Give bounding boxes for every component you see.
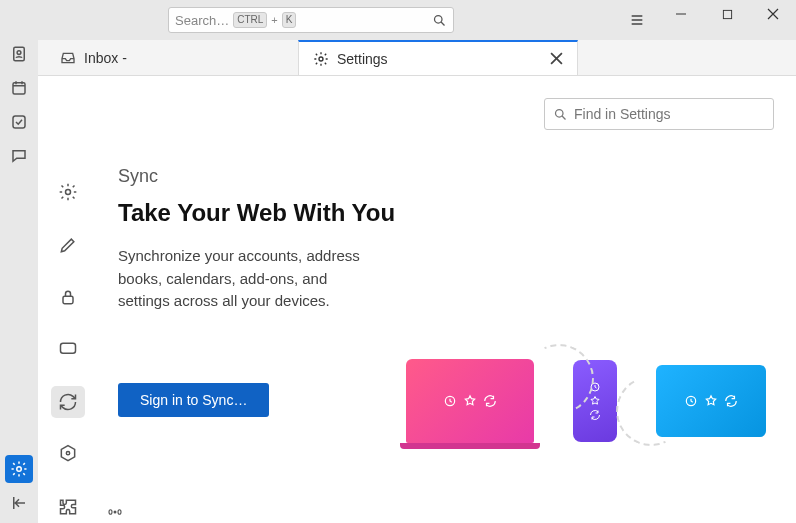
svg-point-2 [17,51,21,55]
illustration-laptop-icon [406,359,534,443]
inbox-icon [60,50,76,66]
svg-rect-7 [723,10,731,18]
connection-status-icon [106,505,124,519]
svg-point-12 [66,452,69,455]
collapse-left-icon [10,494,28,512]
tab-settings-close-button[interactable] [550,52,563,65]
rail-settings[interactable] [5,455,33,483]
hamburger-icon [629,12,645,28]
rail-collapse[interactable] [5,489,33,517]
window-controls [658,0,796,28]
minimize-icon [675,8,687,20]
search-placeholder-text: Search… [175,13,229,28]
rail-calendar[interactable] [5,74,33,102]
chat-icon [58,339,78,359]
svg-point-5 [17,467,22,472]
find-in-settings-placeholder: Find in Settings [574,106,671,122]
kbd-ctrl: CTRL [233,12,267,28]
svg-point-17 [114,511,117,514]
gear-icon [313,51,329,67]
hexagon-user-icon [58,444,78,464]
svg-rect-3 [13,83,25,94]
sync-icon [58,392,78,412]
chat-bubble-icon [10,147,28,165]
close-icon [767,8,779,20]
svg-point-6 [435,15,443,23]
svg-rect-10 [63,296,73,304]
tab-settings-label: Settings [337,51,388,67]
tab-inbox-label: Inbox - [84,50,127,66]
settings-category-chat[interactable] [51,333,85,365]
search-icon [432,13,447,28]
kbd-plus: + [271,14,277,26]
settings-content: Find in Settings Sync Take Your Web With… [38,76,796,523]
window-close-button[interactable] [750,0,796,28]
close-icon [550,52,563,65]
puzzle-icon [58,497,78,517]
lock-icon [58,287,78,307]
settings-category-addons[interactable] [51,491,85,523]
settings-category-composition[interactable] [51,228,85,260]
settings-category-privacy[interactable] [51,281,85,313]
sign-in-to-sync-button[interactable]: Sign in to Sync… [118,383,269,417]
gear-icon [10,460,28,478]
settings-category-account[interactable] [51,438,85,470]
settings-category-sync[interactable] [51,386,85,418]
tasks-icon [10,113,28,131]
gear-icon [58,182,78,202]
sync-heading: Take Your Web With You [118,199,776,227]
global-search-input[interactable]: Search… CTRL + K [168,7,454,33]
search-icon [553,107,568,122]
rail-address-book[interactable] [5,40,33,68]
sync-description: Synchronize your accounts, address books… [118,245,378,313]
settings-category-rail [38,76,98,523]
rail-chat[interactable] [5,142,33,170]
find-in-settings-input[interactable]: Find in Settings [544,98,774,130]
calendar-icon [10,79,28,97]
svg-rect-4 [13,116,25,128]
titlebar: Search… CTRL + K [0,0,796,40]
settings-category-general[interactable] [51,176,85,208]
svg-point-9 [66,190,71,195]
sync-illustration [406,336,766,466]
svg-point-8 [319,57,323,61]
sync-section-title: Sync [118,166,776,187]
tab-inbox[interactable]: Inbox - [38,40,298,75]
app-rail [0,0,38,523]
settings-main-panel: Find in Settings Sync Take Your Web With… [98,76,796,523]
kbd-k: K [282,12,297,28]
tab-strip: Inbox - Settings [38,40,796,76]
window-maximize-button[interactable] [704,0,750,28]
sync-section: Sync Take Your Web With You Synchronize … [118,166,776,417]
svg-point-13 [556,109,564,117]
tab-settings[interactable]: Settings [298,40,578,75]
maximize-icon [722,9,733,20]
window-minimize-button[interactable] [658,0,704,28]
pencil-icon [58,235,78,255]
address-book-icon [10,45,28,63]
rail-tasks[interactable] [5,108,33,136]
app-menu-button[interactable] [623,6,651,34]
